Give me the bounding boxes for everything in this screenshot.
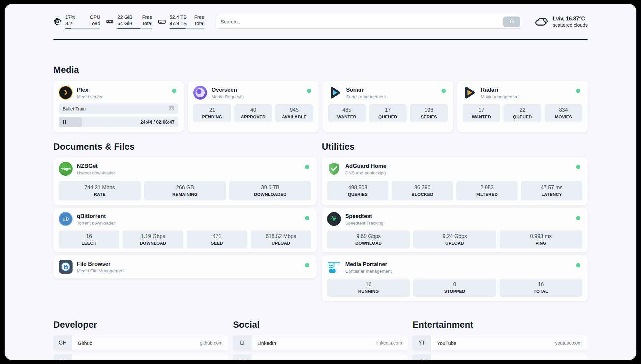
stat-box: 40 APPROVED: [234, 104, 272, 122]
stat-box: 17 WANTED: [463, 104, 500, 122]
stat-box: 47.57 ms LATENCY: [521, 181, 582, 200]
link-abbr: LI: [233, 335, 252, 350]
stat-label: PING: [501, 241, 581, 246]
section-title-documents: Documents & Files: [53, 142, 317, 152]
stat-label: SERIES: [411, 114, 446, 119]
link-abbr: YT: [412, 335, 431, 350]
stat-value: 2,953: [458, 184, 516, 191]
link-name: StackOverflow: [78, 359, 110, 360]
disk-total-value: 97.9 TB: [169, 20, 187, 26]
stat-box: 9.24 Gbps UPLOAD: [413, 230, 496, 249]
stat-box: 16 RUNNING: [327, 279, 410, 297]
app-card-sonarr[interactable]: Sonarr Series management 485 WANTED 17 Q…: [323, 81, 453, 132]
app-name: Speedtest: [345, 213, 383, 220]
stat-label: FILTERED: [458, 192, 516, 197]
stat-box: 17 QUEUED: [369, 104, 407, 122]
stat-value: 945: [277, 107, 312, 113]
app-card-qbittorrent[interactable]: qb qBittorrent Torrent downloader 16 LEE…: [53, 208, 317, 252]
stat-value: 17: [370, 107, 405, 113]
playback-progress-fill: [59, 117, 82, 127]
app-card-portainer[interactable]: Media Portainer Container management 16 …: [322, 256, 588, 301]
search-bar: G: [215, 15, 522, 29]
link-row-twitter[interactable]: TW Twitter twitter.com: [233, 354, 408, 360]
app-card-plex[interactable]: Plex Media server Bullet Train: [53, 81, 184, 132]
stat-box: 471 SEED: [187, 230, 247, 249]
dashboard-page: 17% CPU 3.2 Load: [5, 4, 636, 360]
stat-box: 0 STOPPED: [413, 279, 496, 297]
stat-value: 9.65 Gbps: [328, 233, 409, 240]
cpu-load-value: 3.2: [65, 20, 72, 26]
now-playing-title: Bullet Train: [63, 106, 168, 111]
stat-value: 22: [505, 107, 540, 113]
search-engine-button[interactable]: G: [503, 16, 520, 27]
search-input[interactable]: [215, 15, 522, 29]
link-row-github[interactable]: GH Github github.com: [53, 335, 229, 350]
app-name: Plex: [77, 86, 103, 93]
app-name: File Browser: [77, 260, 125, 267]
app-name: NZBGet: [77, 163, 115, 169]
disk-free-label: Free: [194, 14, 204, 20]
weather-widget[interactable]: Lviv, 16.87°C scattered clouds: [534, 15, 588, 28]
stat-box: 16 TOTAL: [500, 279, 582, 297]
stat-box: 485 WANTED: [328, 104, 366, 122]
app-subtitle: Movie management: [481, 94, 520, 99]
link-row-netflix[interactable]: NF Netflix netflix.com: [412, 354, 588, 360]
stat-box: 2,953 FILTERED: [456, 181, 518, 200]
stat-label: LEECH: [60, 241, 118, 246]
app-card-overseerr[interactable]: Overseerr Media Requests 21 PENDING 40 A…: [188, 81, 318, 132]
stat-box: 9.65 Gbps DOWNLOAD: [327, 230, 410, 249]
header-divider: [53, 39, 588, 40]
stat-box: 0.993 ms PING: [500, 230, 582, 249]
stat-box: 86,396 BLOCKED: [392, 181, 453, 200]
cpu-icon: [53, 17, 62, 26]
section-title-utilities: Utilities: [322, 142, 588, 152]
ram-free-label: Free: [142, 14, 152, 20]
app-card-speedtest[interactable]: Speedtest Speedtest Tracking 9.65 Gbps D…: [322, 208, 588, 252]
app-card-radarr[interactable]: Radarr Movie management 17 WANTED 22 QUE…: [457, 81, 588, 132]
cpu-progress-bar: [65, 28, 100, 29]
stat-box: 834 MOVIES: [545, 104, 582, 122]
stat-value: 86,396: [393, 184, 452, 191]
entertainment-section: Entertainment YT YouTube youtube.com NF …: [412, 320, 588, 360]
link-row-stackoverflow[interactable]: SO StackOverflow stackoverflow.com: [53, 354, 229, 360]
stat-label: SEED: [188, 241, 246, 246]
weather-location-temp: Lviv, 16.87°C: [553, 15, 588, 22]
ram-free-value: 22 GiB: [117, 14, 133, 20]
stat-value: 0: [414, 281, 495, 288]
cloud-icon: [534, 15, 548, 28]
link-row-youtube[interactable]: YT YouTube youtube.com: [412, 335, 588, 350]
link-abbr: NF: [412, 354, 431, 360]
section-title-social: Social: [233, 320, 408, 330]
stat-label: TOTAL: [501, 289, 581, 294]
stat-box: 744.21 Mbps RATE: [59, 181, 141, 200]
disk-icon: [158, 17, 166, 26]
link-row-linkedin[interactable]: LI LinkedIn linkedin.com: [233, 335, 408, 350]
stat-value: 40: [236, 107, 271, 113]
stat-box: 22 QUEUED: [504, 104, 541, 122]
stat-label: WANTED: [329, 114, 364, 119]
stat-value: 266 GB: [145, 184, 225, 191]
now-playing-row: Bullet Train: [59, 104, 178, 114]
playback-progress: 24:44 / 02:06:47: [59, 117, 178, 127]
app-card-adguard[interactable]: AdGuard Home DNS and adblocking 498,508 …: [322, 157, 588, 205]
top-bar: 17% CPU 3.2 Load: [53, 4, 588, 29]
stat-value: 16: [60, 233, 118, 240]
screenshot-icon: [168, 105, 174, 112]
app-card-nzbget[interactable]: nzbget NZBGet Usenet downloader 744.21 M…: [53, 157, 317, 205]
stat-box: 39.6 TB DOWNLOADED: [229, 181, 311, 200]
portainer-icon: [327, 260, 341, 274]
disk-free-value: 52.4 TB: [169, 14, 187, 20]
status-dot: [305, 165, 309, 169]
app-name: qBittorrent: [77, 213, 115, 220]
app-card-filebrowser[interactable]: File Browser Media File Management: [53, 256, 317, 278]
app-subtitle: Media File Management: [77, 268, 125, 273]
app-name: Overseerr: [211, 86, 244, 93]
stat-box: 1.19 Gbps DOWNLOAD: [123, 230, 183, 249]
app-subtitle: DNS and adblocking: [345, 170, 386, 175]
section-title-entertainment: Entertainment: [412, 320, 588, 330]
stat-label: UPLOAD: [414, 241, 495, 246]
ram-total-label: Total: [142, 20, 152, 26]
app-subtitle: Series management: [346, 94, 386, 99]
status-dot: [305, 216, 309, 220]
status-dot: [576, 263, 580, 267]
